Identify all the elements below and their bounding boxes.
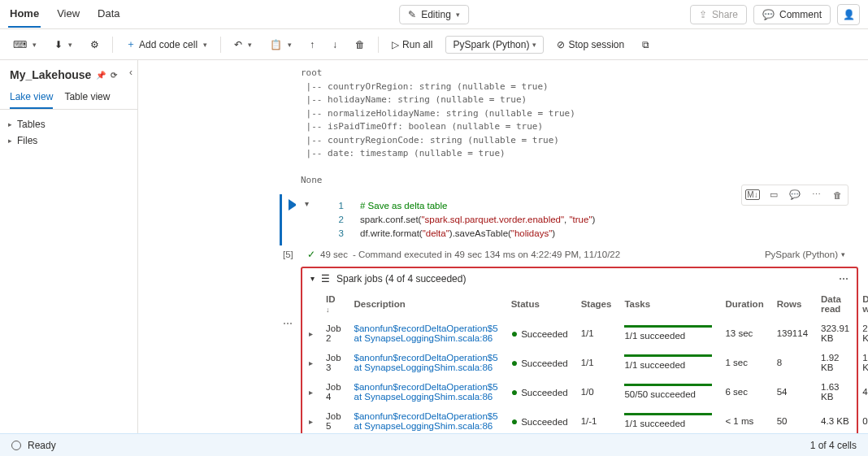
settings-button[interactable]: ⚙ (85, 36, 104, 54)
chevron-right-icon[interactable]: ▸ (309, 329, 313, 338)
chevron-right-icon[interactable]: ▸ (309, 388, 313, 397)
move-up-button[interactable]: ↑ (305, 36, 319, 54)
undo-icon: ↶ (234, 39, 242, 50)
job-row[interactable]: ▸Job 3$anonfun$recordDeltaOperation$5 at… (302, 348, 868, 377)
sort-icon[interactable]: ↓ (326, 306, 330, 314)
job-desc-link[interactable]: $anonfun$recordDeltaOperation$5 at Synap… (354, 353, 498, 372)
kernel-label: PySpark (Python) (453, 39, 529, 50)
job-desc-link[interactable]: $anonfun$recordDeltaOperation$5 at Synap… (354, 411, 498, 431)
job-stages: 1/0 (575, 377, 618, 406)
job-tasks: 1/1 succeeded (624, 419, 685, 428)
copy-icon: 📋 (270, 39, 282, 50)
success-icon: ● (511, 385, 518, 398)
job-written: 0 B (856, 406, 868, 434)
kernel-select[interactable]: PySpark (Python) ▾ (445, 36, 544, 54)
job-written: 230.86 KB (856, 319, 868, 348)
job-rows: 54 (770, 377, 814, 406)
chevron-down-icon[interactable]: ▾ (305, 199, 309, 211)
collapse-sidebar-button[interactable]: ‹ (129, 67, 132, 78)
job-stages: 1/1 (575, 348, 618, 377)
chevron-down-icon: ▾ (532, 41, 536, 49)
chevron-right-icon[interactable]: ▸ (309, 417, 313, 426)
cell-convert-button[interactable]: ▭ (765, 187, 783, 203)
pin-icon[interactable]: 📌 (96, 71, 106, 80)
markdown-toggle-button[interactable]: M↓ (744, 187, 762, 203)
undo-button[interactable]: ↶ (229, 36, 257, 54)
share-button[interactable]: ⇪ Share (690, 5, 747, 24)
move-down-button[interactable]: ↓ (328, 36, 342, 54)
spark-jobs-title: Spark jobs (4 of 4 succeeded) (336, 273, 466, 284)
comment-icon: 💬 (789, 189, 801, 200)
table-view-tab[interactable]: Table view (64, 86, 110, 109)
exec-time: 49 sec (320, 250, 348, 259)
cell-menu-dots[interactable]: ⋯ (283, 318, 293, 329)
cell-delete-button[interactable]: 🗑 (828, 187, 846, 203)
chevron-down-icon: ▾ (456, 11, 460, 19)
job-row[interactable]: ▸Job 2$anonfun$recordDeltaOperation$5 at… (302, 319, 868, 348)
job-row[interactable]: ▸Job 4$anonfun$recordDeltaOperation$5 at… (302, 377, 868, 406)
job-duration: 6 sec (718, 377, 770, 406)
share-icon: ⇪ (699, 9, 707, 20)
job-desc-link[interactable]: $anonfun$recordDeltaOperation$5 at Synap… (354, 382, 498, 402)
job-tasks: 1/1 succeeded (624, 331, 685, 341)
lakehouse-title: My_Lakehouse (10, 68, 91, 81)
job-id: Job 2 (319, 319, 348, 348)
job-written: 1.63 KB (856, 348, 868, 377)
editing-mode-button[interactable]: ✎ Editing ▾ (399, 5, 469, 24)
status-ring-icon (11, 441, 21, 450)
job-written: 4.3 KB (856, 377, 868, 406)
convert-icon: ▭ (770, 189, 778, 200)
job-tasks: 50/50 succeeded (624, 389, 696, 399)
collapse-jobs-button[interactable]: ▾ (310, 274, 315, 283)
variables-icon: ⧉ (642, 39, 649, 50)
tab-home[interactable]: Home (8, 1, 41, 28)
run-all-button[interactable]: ▷ Run all (387, 36, 437, 54)
plus-icon: ＋ (126, 37, 136, 51)
job-rows: 50 (770, 406, 814, 434)
editing-label: Editing (421, 9, 451, 20)
person-button[interactable]: 👤 (837, 4, 860, 25)
comment-button[interactable]: 💬 Comment (753, 5, 831, 24)
add-code-cell-button[interactable]: ＋ Add code cell (121, 34, 212, 54)
share-label: Share (712, 9, 738, 20)
job-id: Job 3 (319, 348, 348, 377)
job-status: Succeeded (521, 358, 568, 368)
more-icon: ⋯ (812, 189, 821, 200)
run-cell-button[interactable] (289, 199, 300, 211)
trash-icon: 🗑 (833, 190, 842, 200)
delete-button[interactable]: 🗑 (350, 36, 370, 54)
job-row[interactable]: ▸Job 5$anonfun$recordDeltaOperation$5 at… (302, 406, 868, 434)
task-progress (624, 413, 712, 415)
tab-data[interactable]: Data (96, 1, 121, 28)
variables-button[interactable]: ⧉ (637, 36, 654, 54)
cell-comment-button[interactable]: 💬 (786, 187, 804, 203)
lake-view-tab[interactable]: Lake view (10, 86, 53, 109)
job-status: Succeeded (521, 417, 568, 427)
arrow-up-icon: ↑ (310, 39, 315, 50)
stop-session-button[interactable]: ⊘ Stop session (552, 36, 629, 54)
check-icon: ✓ (307, 249, 315, 260)
person-icon: 👤 (843, 9, 855, 20)
download-button[interactable]: ⬇ (50, 36, 77, 54)
copy-button[interactable]: 📋 (265, 36, 297, 54)
status-cells: 1 of 4 cells (810, 440, 857, 451)
job-desc-link[interactable]: $anonfun$recordDeltaOperation$5 at Synap… (354, 324, 498, 343)
tree-files-label: Files (17, 135, 37, 146)
tree-files[interactable]: ▸ Files (8, 132, 129, 149)
code-cell[interactable]: M↓ ▭ 💬 ⋯ 🗑 ▾ 1# Save as delta table 2spa… (280, 194, 868, 245)
tab-view[interactable]: View (55, 1, 81, 28)
jobs-more-button[interactable]: ⋯ (839, 273, 848, 284)
tree-tables[interactable]: ▸ Tables (8, 116, 129, 132)
job-stages: 1/-1 (575, 406, 618, 434)
keyboard-button[interactable]: ⌨ (8, 36, 41, 54)
pencil-icon: ✎ (408, 9, 416, 20)
chevron-right-icon: ▸ (8, 137, 12, 145)
chevron-down-icon[interactable]: ▾ (841, 250, 845, 258)
exec-lang: PySpark (Python) (765, 250, 838, 259)
exec-count: [5] (283, 250, 293, 259)
cell-more-button[interactable]: ⋯ (807, 187, 825, 203)
job-read: 323.91 KB (814, 319, 856, 348)
chevron-right-icon[interactable]: ▸ (309, 358, 313, 367)
refresh-icon[interactable]: ⟳ (111, 71, 117, 80)
job-rows: 8 (770, 348, 814, 377)
